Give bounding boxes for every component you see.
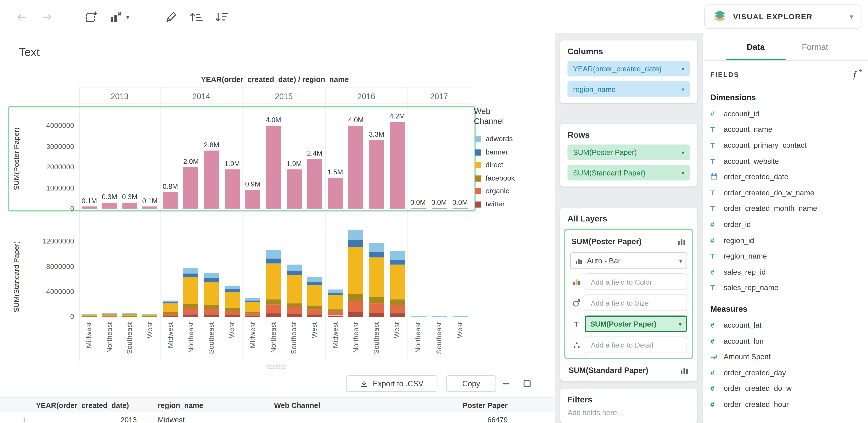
- field-account-id[interactable]: #account_id: [703, 106, 868, 122]
- edit-marks-button[interactable]: [164, 10, 178, 24]
- bar-segment-organic[interactable]: [307, 310, 322, 315]
- poster-paper-bar[interactable]: [163, 192, 178, 208]
- field-account-primary-contact[interactable]: Taccount_primary_contact: [703, 137, 868, 153]
- poster-paper-bar[interactable]: [266, 126, 281, 209]
- bar-segment-facebook[interactable]: [369, 297, 384, 303]
- bar-segment-adwords[interactable]: [286, 265, 302, 271]
- bar-segment-banner[interactable]: [266, 258, 281, 264]
- bar-segment-organic[interactable]: [266, 305, 281, 314]
- poster-paper-bar[interactable]: [307, 159, 322, 209]
- visual-explorer-menu[interactable]: VISUAL EXPLORER ▾: [704, 4, 861, 29]
- bar-segment-facebook[interactable]: [245, 312, 260, 314]
- bar-segment-twitter[interactable]: [204, 315, 219, 317]
- bar-segment-twitter[interactable]: [328, 315, 343, 317]
- field-order-created-day[interactable]: #order_created_day: [703, 365, 868, 381]
- poster-paper-bar[interactable]: [184, 167, 198, 209]
- poster-paper-bar[interactable]: [432, 208, 446, 209]
- bar-segment-direct[interactable]: [122, 314, 137, 316]
- poster-paper-bar[interactable]: [204, 151, 219, 208]
- field-amount-spent[interactable]: =#Amount Spent: [703, 349, 868, 365]
- bar-segment-facebook[interactable]: [307, 306, 322, 310]
- bar-segment-twitter[interactable]: [184, 314, 198, 317]
- field-sales-rep-id[interactable]: #sales_rep_id: [703, 264, 868, 280]
- bar-segment-adwords[interactable]: [348, 230, 364, 240]
- bar-segment-organic[interactable]: [369, 303, 384, 313]
- bar-segment-direct[interactable]: [184, 278, 198, 304]
- bar-segment-facebook[interactable]: [286, 303, 302, 307]
- bar-segment-organic[interactable]: [163, 314, 178, 316]
- field-sales-rep-name[interactable]: Tsales_rep_name: [703, 280, 868, 296]
- bar-segment-banner[interactable]: [82, 315, 97, 315]
- poster-paper-bar[interactable]: [122, 202, 137, 208]
- remove-chart-button[interactable]: [108, 10, 123, 24]
- bar-segment-organic[interactable]: [102, 316, 117, 316]
- add-chart-button[interactable]: [84, 10, 99, 24]
- legend-item-organic[interactable]: organic: [486, 187, 509, 195]
- sort-ascending-button[interactable]: [188, 10, 204, 24]
- color-field-dropzone[interactable]: Add a field to Color: [585, 273, 687, 290]
- bar-segment-twitter[interactable]: [286, 314, 302, 317]
- bar-segment-twitter[interactable]: [390, 314, 405, 317]
- bar-segment-adwords[interactable]: [245, 298, 260, 300]
- bar-segment-twitter[interactable]: [102, 316, 117, 317]
- bar-segment-organic[interactable]: [184, 308, 198, 314]
- bar-segment-direct[interactable]: [245, 302, 260, 312]
- field-order-created-hour[interactable]: #order_created_hour: [703, 396, 868, 412]
- bar-segment-twitter[interactable]: [225, 315, 240, 317]
- bar-segment-adwords[interactable]: [163, 300, 178, 302]
- bar-segment-banner[interactable]: [204, 278, 219, 282]
- layer-header-standard-paper[interactable]: SUM(Standard Paper): [567, 366, 690, 375]
- poster-paper-bar[interactable]: [82, 207, 97, 209]
- field-order-created-month-name[interactable]: Torder_created_month_name: [703, 201, 868, 217]
- table-row[interactable]: 12013Midwest66479: [0, 413, 555, 423]
- field-order-created-do-w[interactable]: #order_created_do_w: [703, 381, 868, 396]
- bar-segment-direct[interactable]: [307, 285, 322, 306]
- bar-segment-organic[interactable]: [225, 311, 240, 315]
- bar-segment-twitter[interactable]: [348, 312, 364, 317]
- mark-type-select[interactable]: Auto - Bar ▾: [570, 252, 687, 269]
- poster-paper-bar[interactable]: [225, 169, 240, 209]
- bar-segment-organic[interactable]: [348, 301, 364, 312]
- copy-button[interactable]: Copy: [446, 375, 496, 392]
- row-pill[interactable]: SUM(Poster Paper)▾: [567, 144, 690, 160]
- field-region-id[interactable]: #region_id: [703, 232, 868, 248]
- back-button[interactable]: [14, 10, 29, 24]
- table-header-cell[interactable]: region_name: [147, 398, 263, 412]
- table-header-cell[interactable]: YEAR(order_created_date): [31, 398, 147, 412]
- bar-segment-twitter[interactable]: [307, 315, 322, 317]
- bar-segment-twitter[interactable]: [82, 316, 97, 317]
- row-pill[interactable]: SUM(Standard Paper)▾: [567, 165, 690, 180]
- size-field-dropzone[interactable]: Add a field to Size: [585, 295, 687, 311]
- bar-segment-direct[interactable]: [82, 315, 97, 316]
- bar-segment-direct[interactable]: [328, 295, 343, 310]
- field-account-website[interactable]: Taccount_website: [703, 153, 868, 169]
- bar-segment-adwords[interactable]: [328, 290, 343, 293]
- poster-paper-bar[interactable]: [410, 208, 426, 209]
- bar-segment-direct[interactable]: [348, 247, 364, 294]
- table-header-cell[interactable]: [0, 398, 31, 412]
- bar-segment-adwords[interactable]: [390, 252, 405, 259]
- bar-segment-organic[interactable]: [122, 316, 137, 316]
- table-header-cell[interactable]: Poster Paper: [385, 398, 508, 412]
- field-order-created-date[interactable]: order_created_date: [703, 169, 868, 185]
- bar-segment-twitter[interactable]: [143, 316, 157, 317]
- bar-segment-direct[interactable]: [163, 304, 178, 313]
- legend-item-banner[interactable]: banner: [486, 148, 508, 156]
- tab-format[interactable]: Format: [785, 33, 844, 60]
- table-header-cell[interactable]: Web Channel: [263, 398, 385, 412]
- detail-field-dropzone[interactable]: Add a field to Detail: [585, 336, 687, 353]
- bar-segment-facebook[interactable]: [143, 316, 157, 316]
- field-order-created-do-w-name[interactable]: Torder_created_do_w_name: [703, 185, 868, 201]
- bar-segment-direct[interactable]: [266, 264, 281, 299]
- bar-segment-facebook[interactable]: [225, 308, 240, 311]
- bar-segment-twitter[interactable]: [245, 316, 260, 317]
- bar-segment-direct[interactable]: [204, 282, 219, 305]
- bar-segment-facebook[interactable]: [348, 294, 364, 301]
- layer-header-poster-paper[interactable]: SUM(Poster Paper): [570, 235, 687, 248]
- poster-paper-bar[interactable]: [390, 122, 405, 208]
- bar-segment-banner[interactable]: [328, 293, 343, 295]
- bar-segment-adwords[interactable]: [369, 243, 384, 252]
- chart-options-caret[interactable]: ▾: [126, 14, 129, 21]
- bar-segment-banner[interactable]: [184, 274, 198, 278]
- bar-segment-organic[interactable]: [245, 313, 260, 316]
